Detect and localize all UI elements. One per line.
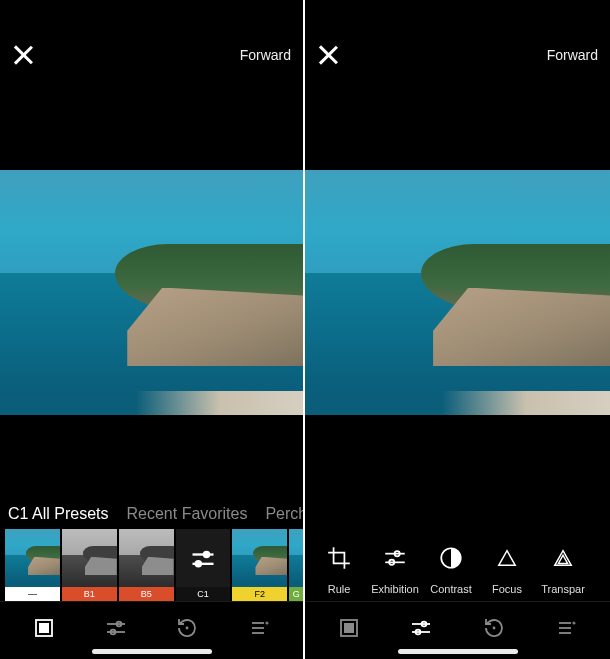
sliders-icon — [176, 529, 231, 587]
svg-rect-20 — [344, 623, 354, 633]
category-tab-perch[interactable]: Perch — [265, 505, 303, 523]
triangle-icon — [496, 545, 518, 573]
svg-point-25 — [492, 626, 495, 629]
tool-label: Rule — [328, 583, 351, 595]
tool-label: Transpar — [541, 583, 585, 595]
tab-recipes[interactable] — [243, 616, 275, 640]
preset-category-tabs: C1 All Presets Recent Favorites Perch — [0, 505, 303, 529]
pane-presets: Forward C1 All Presets Recent Favorites … — [0, 0, 305, 659]
svg-point-3 — [195, 560, 202, 567]
preset-c1-selected[interactable]: C1 — [176, 529, 231, 601]
preset-label: — — [5, 587, 60, 601]
category-tab-all[interactable]: C1 All Presets — [8, 505, 108, 523]
tab-presets[interactable] — [28, 616, 60, 640]
preset-label: F2 — [232, 587, 287, 601]
tab-adjust[interactable] — [405, 616, 437, 640]
svg-point-10 — [186, 626, 189, 629]
preset-label: B5 — [119, 587, 174, 601]
tool-exhibition[interactable]: Exhibition — [369, 521, 421, 595]
preset-b5[interactable]: B5 — [119, 529, 174, 601]
tool-rule[interactable]: Rule — [313, 521, 365, 595]
home-indicator — [305, 647, 610, 659]
header: Forward — [305, 20, 610, 90]
photo-canvas[interactable] — [0, 170, 303, 415]
preset-f2[interactable]: F2 — [232, 529, 287, 601]
category-tab-recent[interactable]: Recent Favorites — [126, 505, 247, 523]
tool-label: Contrast — [430, 583, 472, 595]
tool-strip: Rule Exhibition Contrast Focus Transpar — [305, 521, 610, 601]
preset-strip: — B1 B5 C1 F2 G — [0, 529, 303, 601]
contrast-icon — [438, 545, 464, 573]
preset-label: G — [289, 587, 303, 601]
tool-label: Exhibition — [371, 583, 419, 595]
close-icon[interactable] — [317, 44, 339, 66]
tool-focus[interactable]: Focus — [481, 521, 533, 595]
preset-g[interactable]: G — [289, 529, 303, 601]
forward-button[interactable]: Forward — [547, 47, 598, 63]
tab-adjust[interactable] — [100, 616, 132, 640]
forward-button[interactable]: Forward — [240, 47, 291, 63]
home-indicator — [0, 647, 303, 659]
preset-b1[interactable]: B1 — [62, 529, 117, 601]
triangle-outline-icon — [552, 545, 574, 573]
tab-recipes[interactable] — [550, 616, 582, 640]
preset-label: B1 — [62, 587, 117, 601]
photo-canvas[interactable] — [305, 170, 610, 415]
header: Forward — [0, 20, 303, 90]
tab-history[interactable] — [478, 616, 510, 640]
tool-transpar[interactable]: Transpar — [537, 521, 589, 595]
pane-tools: Forward Rule Exhibition Contrast — [305, 0, 610, 659]
crop-icon — [326, 545, 352, 573]
svg-point-1 — [203, 551, 210, 558]
tab-history[interactable] — [171, 616, 203, 640]
tab-presets[interactable] — [333, 616, 365, 640]
tool-label: Focus — [492, 583, 522, 595]
close-icon[interactable] — [12, 44, 34, 66]
bottom-tabbar — [0, 601, 303, 647]
svg-rect-5 — [39, 623, 49, 633]
sliders-icon — [382, 545, 408, 573]
preset-label: C1 — [176, 587, 231, 601]
preset-original[interactable]: — — [5, 529, 60, 601]
bottom-tabbar — [305, 601, 610, 647]
tool-contrast[interactable]: Contrast — [425, 521, 477, 595]
